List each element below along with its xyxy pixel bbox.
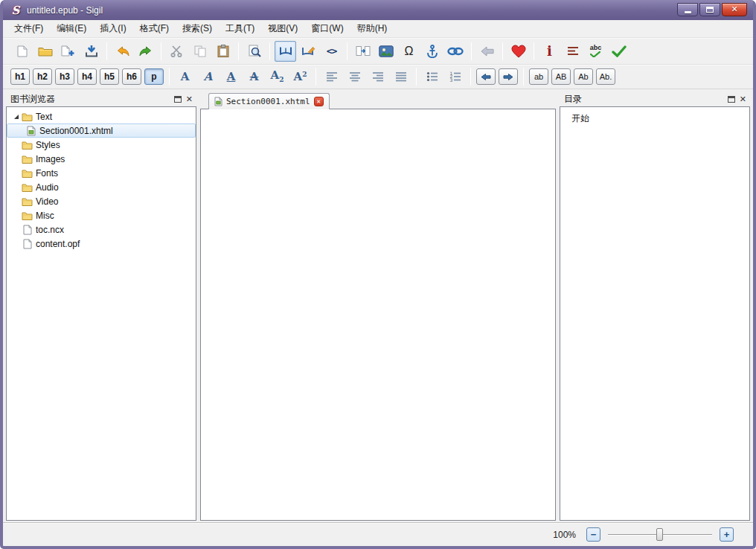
minimize-button[interactable] [677,3,698,16]
menu-window[interactable]: 窗口(W) [304,20,350,37]
strikethrough-button[interactable]: A [243,66,265,87]
donate-button[interactable] [507,41,529,62]
menu-tools[interactable]: 工具(T) [219,20,261,37]
toolbar-separator [470,68,471,86]
toc-editor-button[interactable] [562,41,583,62]
heading-3-button[interactable]: h3 [55,68,74,85]
save-button[interactable] [80,41,102,62]
main-toolbar: <> Ω i [3,38,753,65]
tree-item-section0001[interactable]: Section0001.xhtml [7,123,196,138]
close-button[interactable]: ✕ [722,3,747,16]
maximize-button[interactable] [699,3,720,16]
capitalize-button[interactable]: Ab. [596,68,615,85]
bold-button[interactable]: A [174,66,196,87]
paragraph-button[interactable]: p [144,68,164,85]
insert-anchor-button[interactable] [421,41,443,62]
underline-button[interactable]: A [220,66,242,87]
book-view-button[interactable] [275,41,296,62]
tab-close-button[interactable]: ✕ [314,97,324,106]
tree-item-audio[interactable]: Audio [7,180,196,194]
menu-view[interactable]: 视图(V) [261,20,304,37]
code-view-button[interactable]: <> [321,41,342,62]
heading-1-button[interactable]: h1 [10,68,30,85]
menu-insert[interactable]: 插入(I) [93,20,132,37]
numbered-list-button[interactable]: 123 [444,66,466,87]
uppercase-button[interactable]: AB [551,68,571,85]
indent-button[interactable] [499,68,518,85]
copy-icon [194,45,206,57]
validate-epub-button[interactable] [608,41,630,62]
menu-search[interactable]: 搜索(S) [176,20,219,37]
tree-item-video[interactable]: Video [7,194,196,208]
undo-icon [116,46,129,57]
menu-edit[interactable]: 编辑(E) [50,20,93,37]
insert-image-button[interactable] [375,41,397,62]
tree-item-fonts[interactable]: Fonts [7,166,196,180]
align-justify-button[interactable] [390,66,411,87]
find-button[interactable] [243,41,265,62]
undo-button[interactable] [112,41,133,62]
toolbar-separator [471,42,472,60]
tree-item-styles[interactable]: Styles [7,138,196,152]
tree-item-toc-ncx[interactable]: toc.ncx [7,222,196,237]
heading-6-button[interactable]: h6 [122,68,141,85]
split-at-cursor-button[interactable] [352,41,374,62]
align-left-icon [326,71,338,82]
book-view-editor[interactable] [200,109,556,521]
zoom-out-button[interactable]: − [586,527,600,542]
open-file-button[interactable] [34,41,56,62]
zoom-in-button[interactable]: + [720,527,734,542]
bullet-list-button[interactable] [421,66,443,87]
tree-item-text-folder[interactable]: Text [7,109,196,123]
menu-file[interactable]: 文件(F) [7,20,50,37]
zoom-slider[interactable] [608,527,712,542]
heading-5-button[interactable]: h5 [100,68,119,85]
close-panel-icon[interactable]: ✕ [186,95,193,103]
menu-help[interactable]: 帮助(H) [350,20,394,37]
tree-item-content-opf[interactable]: content.opf [7,237,196,251]
tree-item-images[interactable]: Images [7,152,196,166]
titlecase-button[interactable]: Ab [574,68,593,85]
cut-icon [170,45,183,57]
minus-icon: − [591,530,597,539]
align-right-button[interactable] [367,66,388,87]
copy-button[interactable] [189,41,211,62]
toolbar-separator [523,68,524,86]
superscript-button[interactable]: A2 [289,66,311,87]
toc-entry-start[interactable]: 开始 [571,112,749,126]
new-file-button[interactable] [11,41,33,62]
titlebar[interactable]: S untitled.epub - Sigil ✕ [3,0,753,20]
spellcheck-button[interactable]: abc [585,41,606,62]
redo-button[interactable] [135,41,156,62]
close-panel-icon[interactable]: ✕ [740,95,746,103]
italic-button[interactable]: A [197,66,219,87]
tab-section0001[interactable]: Section0001.xhtml ✕ [208,93,330,109]
cut-button[interactable] [166,41,188,62]
slider-handle[interactable] [656,528,663,541]
back-to-link-button[interactable] [476,41,498,62]
tree-item-misc[interactable]: Misc [7,208,196,222]
menu-format[interactable]: 格式(F) [133,20,176,37]
toolbar-separator [502,42,503,60]
underline-icon: A [227,71,236,83]
heading-4-button[interactable]: h4 [77,68,97,85]
subscript-button[interactable]: A2 [266,66,288,87]
insert-link-button[interactable] [444,41,467,62]
align-left-button[interactable] [321,66,342,87]
split-view-button[interactable] [298,41,319,62]
float-panel-icon[interactable] [174,96,182,103]
heading-2-button[interactable]: h2 [33,68,52,85]
align-center-button[interactable] [344,66,365,87]
paste-button[interactable] [212,41,234,62]
file-icon [21,225,33,235]
lowercase-button[interactable]: ab [529,68,548,85]
toc-lines-icon [567,46,579,56]
toc-body: 开始 [560,106,750,521]
omega-icon: Ω [405,45,414,57]
expander-icon[interactable] [11,115,21,119]
add-existing-file-button[interactable] [57,41,79,62]
metadata-editor-button[interactable]: i [539,41,560,62]
special-character-button[interactable]: Ω [398,41,420,62]
outdent-button[interactable] [476,68,496,85]
float-panel-icon[interactable] [728,96,735,103]
